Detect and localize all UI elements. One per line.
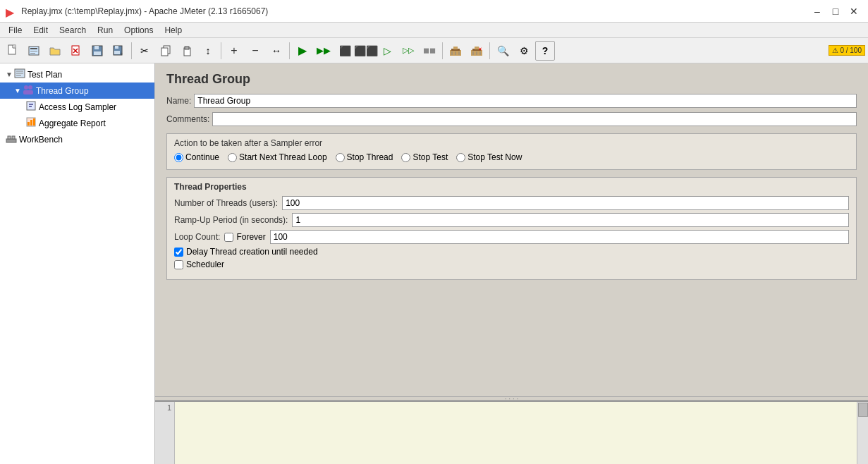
radio-start-next-thread-loop[interactable]: Start Next Thread Loop (228, 152, 327, 162)
name-input[interactable] (194, 94, 857, 108)
radio-stop-test[interactable]: Stop Test (401, 152, 448, 162)
toolbar-paste[interactable] (177, 41, 197, 61)
tree-label-test-plan: Test Plan (27, 70, 62, 80)
toolbar-remote-start[interactable]: ▷ (377, 41, 397, 61)
toolbar-new[interactable] (3, 41, 23, 61)
menu-help[interactable]: Help (159, 24, 188, 37)
menu-edit[interactable]: Edit (27, 24, 54, 37)
warning-icon: ⚠ (832, 47, 838, 54)
tree-item-aggregate-report[interactable]: Aggregate Report (0, 115, 154, 131)
maximize-button[interactable]: □ (827, 4, 844, 18)
toolbar-stop[interactable]: ⬛ (335, 41, 355, 61)
content-main: Thread Group Name: Comments: Action to b… (155, 63, 868, 396)
toolbar-toggle[interactable]: ↔ (267, 41, 286, 61)
loop-count-row: Loop Count: Forever (174, 230, 849, 244)
toolbar-remote-stop[interactable]: ◼◼ (420, 41, 439, 61)
toolbar-remove[interactable]: − (245, 41, 265, 61)
forever-checkbox-row[interactable]: Forever (224, 232, 265, 242)
ramp-up-input[interactable] (292, 213, 849, 227)
tree-item-workbench[interactable]: WorkBench (0, 131, 154, 147)
svg-rect-40 (27, 102, 35, 110)
delay-checkbox[interactable] (174, 248, 183, 257)
toolbar-template[interactable] (24, 41, 44, 61)
svg-point-38 (28, 85, 32, 90)
radio-stop-test-now[interactable]: Stop Test Now (456, 152, 522, 162)
toolbar-run-no-pause[interactable]: ▶▶ (314, 41, 334, 61)
radio-start-next-input[interactable] (228, 153, 237, 162)
toolbar-open[interactable] (45, 41, 65, 61)
toolbar-save[interactable] (87, 41, 107, 61)
radio-continue-input[interactable] (174, 153, 183, 162)
radio-stop-test-input[interactable] (401, 153, 410, 162)
num-threads-label: Number of Threads (users): (174, 198, 278, 208)
toolbar-clear-all[interactable]: ✕ (467, 41, 487, 61)
log-scrollbar-thumb[interactable] (858, 403, 868, 417)
toolbar-remote-start-all[interactable]: ▷▷ (398, 41, 418, 61)
tree-item-access-log-sampler[interactable]: Access Log Sampler (0, 99, 154, 115)
delay-checkbox-row[interactable]: Delay Thread creation until needed (174, 247, 849, 257)
error-action-title: Action to be taken after a Sampler error (174, 138, 849, 148)
svg-point-37 (24, 85, 28, 90)
radio-continue[interactable]: Continue (174, 152, 219, 162)
title-bar-controls: – □ ✕ (809, 4, 862, 18)
toolbar-search[interactable]: 🔍 (493, 41, 513, 61)
delay-label: Delay Thread creation until needed (186, 247, 318, 257)
minimize-button[interactable]: – (809, 4, 826, 18)
tree-icon-thread-group (23, 84, 34, 97)
scheduler-checkbox-row[interactable]: Scheduler (174, 260, 849, 269)
toolbar-expand[interactable]: ↕ (198, 41, 218, 61)
svg-rect-48 (8, 136, 11, 139)
toolbar-help[interactable]: ? (535, 41, 555, 61)
toolbar-clear[interactable] (446, 41, 465, 61)
svg-rect-45 (30, 120, 32, 126)
svg-rect-39 (23, 90, 33, 94)
content-panel: Thread Group Name: Comments: Action to b… (155, 63, 868, 464)
tree-icon-test-plan (14, 68, 25, 81)
expand-icon-test-plan: ▼ (6, 71, 13, 78)
expand-icon-thread-group: ▼ (14, 87, 21, 94)
radio-start-next-label: Start Next Thread Loop (239, 152, 327, 162)
menu-bar: File Edit Search Run Options Help (0, 23, 868, 38)
svg-rect-5 (30, 53, 35, 54)
toolbar-add[interactable]: + (224, 41, 244, 61)
log-scrollbar[interactable] (857, 402, 868, 464)
toolbar-run[interactable]: ▶ (293, 41, 312, 61)
svg-text:+: + (120, 51, 123, 56)
title-bar-left: ▶ Replay.jmx (c:\temp\Replay.jmx) - Apac… (6, 6, 268, 17)
toolbar-stop-now[interactable]: ⬛⬛ (356, 41, 376, 61)
comments-input[interactable] (212, 112, 857, 126)
radio-stop-thread[interactable]: Stop Thread (336, 152, 393, 162)
tree-label-aggregate-report: Aggregate Report (39, 118, 106, 128)
toolbar-close[interactable] (66, 41, 86, 61)
toolbar-copy[interactable] (156, 41, 176, 61)
num-threads-input[interactable] (282, 196, 849, 210)
tree-icon-aggregate-report (25, 116, 37, 130)
main-container: ▼ Test Plan ▼ Thread Group Access Log Sa… (0, 63, 868, 464)
menu-search[interactable]: Search (54, 24, 92, 37)
warning-badge: ⚠ 0 / 100 (829, 45, 865, 56)
tree-item-test-plan[interactable]: ▼ Test Plan (0, 66, 154, 83)
forever-checkbox[interactable] (224, 233, 233, 242)
tree-label-workbench: WorkBench (19, 135, 63, 145)
tree-label-thread-group: Thread Group (36, 86, 89, 96)
forever-label: Forever (236, 232, 265, 242)
radio-stop-test-now-input[interactable] (456, 153, 465, 162)
svg-rect-22 (453, 47, 458, 49)
radio-stop-thread-input[interactable] (336, 153, 345, 162)
menu-options[interactable]: Options (118, 24, 159, 37)
panel-title: Thread Group (166, 72, 857, 87)
radio-stop-test-now-label: Stop Test Now (467, 152, 522, 162)
toolbar-save-as[interactable]: + (109, 41, 128, 61)
close-button[interactable]: ✕ (845, 4, 862, 18)
ramp-up-row: Ramp-Up Period (in seconds): (174, 213, 849, 227)
menu-file[interactable]: File (3, 24, 27, 37)
log-content (175, 402, 857, 464)
toolbar-settings[interactable]: ⚙ (514, 41, 534, 61)
loop-count-input[interactable] (270, 230, 849, 244)
num-threads-row: Number of Threads (users): (174, 196, 849, 210)
tree-item-thread-group[interactable]: ▼ Thread Group (0, 83, 154, 99)
toolbar-cut[interactable]: ✂ (135, 41, 154, 61)
svg-rect-13 (115, 46, 118, 49)
scheduler-checkbox[interactable] (174, 260, 183, 269)
menu-run[interactable]: Run (92, 24, 118, 37)
